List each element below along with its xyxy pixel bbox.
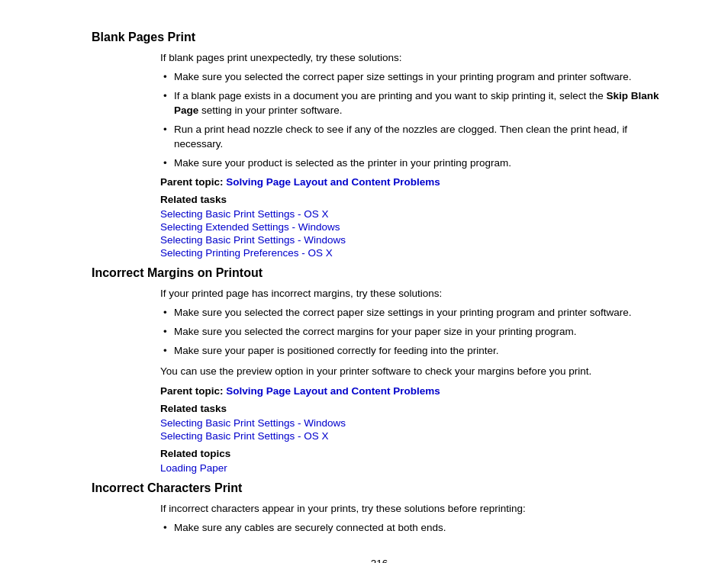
heading-incorrect-characters: Incorrect Characters Print <box>92 481 667 495</box>
link-basic-print-windows[interactable]: Selecting Basic Print Settings - Windows <box>160 234 667 246</box>
intro-incorrect-margins: If your printed page has incorrect margi… <box>160 288 667 299</box>
section-incorrect-characters: Incorrect Characters Print If incorrect … <box>92 481 667 536</box>
bullets-incorrect-margins: Make sure you selected the correct paper… <box>160 305 667 358</box>
link-extended-settings-windows[interactable]: Selecting Extended Settings - Windows <box>160 221 667 233</box>
link-basic-print-osx[interactable]: Selecting Basic Print Settings - OS X <box>160 208 667 220</box>
page-content: Blank Pages Print If blank pages print u… <box>0 0 728 563</box>
heading-blank-pages: Blank Pages Print <box>92 31 667 44</box>
related-task-links-1: Selecting Basic Print Settings - OS X Se… <box>160 208 667 259</box>
intro-incorrect-characters: If incorrect characters appear in your p… <box>160 503 667 514</box>
parent-topic-label-1: Parent topic: Solving Page Layout and Co… <box>160 176 667 188</box>
bullet-1: Make sure you selected the correct paper… <box>160 69 667 85</box>
related-topic-links: Loading Paper <box>160 462 667 474</box>
bullet-3: Run a print head nozzle check to see if … <box>160 122 667 152</box>
related-topics-label: Related topics <box>160 448 667 459</box>
margin-bullet-1: Make sure you selected the correct paper… <box>160 305 667 320</box>
related-tasks-label-2: Related tasks <box>160 403 667 414</box>
link-loading-paper[interactable]: Loading Paper <box>160 462 667 474</box>
margin-bullet-2: Make sure you selected the correct margi… <box>160 324 667 339</box>
preview-text: You can use the preview option in your p… <box>160 364 667 379</box>
parent-topic-link-2[interactable]: Solving Page Layout and Content Problems <box>226 385 440 397</box>
parent-topic-link-1[interactable]: Solving Page Layout and Content Problems <box>226 176 440 188</box>
link-basic-print-osx-2[interactable]: Selecting Basic Print Settings - OS X <box>160 430 667 442</box>
bullet-4: Make sure your product is selected as th… <box>160 156 667 171</box>
intro-blank-pages: If blank pages print unexpectedly, try t… <box>160 52 667 63</box>
related-tasks-label-1: Related tasks <box>160 194 667 205</box>
margin-bullet-3: Make sure your paper is positioned corre… <box>160 343 667 359</box>
section-incorrect-margins: Incorrect Margins on Printout If your pr… <box>92 266 667 473</box>
content-blank-pages: If blank pages print unexpectedly, try t… <box>160 52 667 259</box>
char-bullet-1: Make sure any cables are securely connec… <box>160 520 667 536</box>
bullets-incorrect-characters: Make sure any cables are securely connec… <box>160 520 667 536</box>
section-blank-pages: Blank Pages Print If blank pages print u… <box>92 31 667 259</box>
heading-incorrect-margins: Incorrect Margins on Printout <box>92 266 667 280</box>
content-incorrect-characters: If incorrect characters appear in your p… <box>160 503 667 536</box>
page-number: 216 <box>92 558 667 563</box>
related-task-links-2: Selecting Basic Print Settings - Windows… <box>160 417 667 442</box>
bullets-blank-pages: Make sure you selected the correct paper… <box>160 69 667 170</box>
content-incorrect-margins: If your printed page has incorrect margi… <box>160 288 667 473</box>
parent-topic-label-2: Parent topic: Solving Page Layout and Co… <box>160 385 667 397</box>
link-printing-preferences-osx[interactable]: Selecting Printing Preferences - OS X <box>160 247 667 259</box>
skip-blank-page-label: Skip Blank Page <box>174 90 659 117</box>
bullet-2: If a blank page exists in a document you… <box>160 88 667 118</box>
link-basic-print-windows-2[interactable]: Selecting Basic Print Settings - Windows <box>160 417 667 429</box>
